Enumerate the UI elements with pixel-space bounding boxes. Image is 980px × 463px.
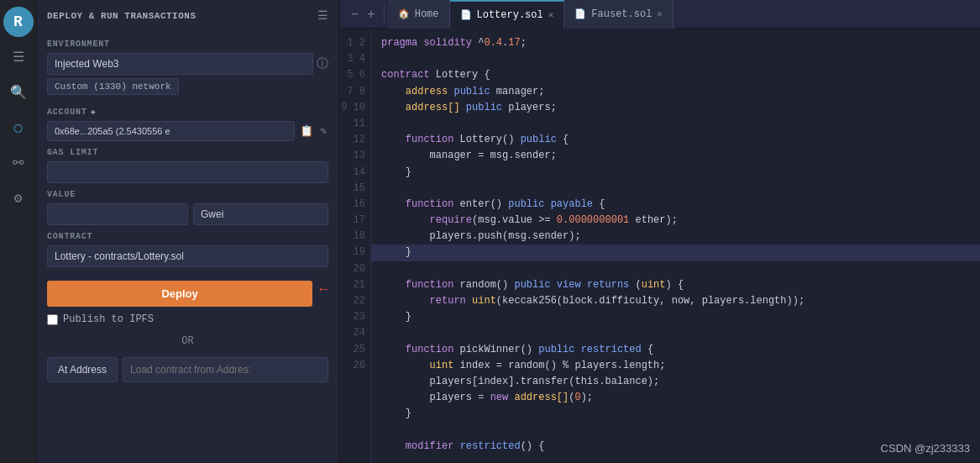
deploy-button[interactable]: Deploy: [47, 281, 312, 307]
editor-area: − + 🏠 Home 📄 Lottery.sol ✕ 📄 Fauset.sol …: [339, 0, 980, 463]
contract-select[interactable]: Lottery - contracts/Lottery.sol: [47, 245, 328, 267]
files-icon[interactable]: ☰: [3, 42, 34, 72]
lottery-file-icon: 📄: [460, 9, 472, 20]
or-divider: OR: [47, 335, 328, 347]
at-address-button[interactable]: At Address: [47, 357, 118, 382]
deploy-icon[interactable]: ◯: [3, 113, 34, 143]
panel-title: DEPLOY & RUN TRANSACTIONS: [47, 11, 197, 21]
account-row: 0x68e...205a5 (2.5430556 e 📋 ✎: [47, 121, 328, 141]
zoom-out-button[interactable]: −: [348, 5, 362, 24]
tab-fauset[interactable]: 📄 Fauset.sol ✕: [564, 0, 673, 29]
home-icon: 🏠: [398, 8, 410, 19]
environment-label: ENVIRONMENT: [47, 39, 328, 49]
zoom-in-button[interactable]: +: [364, 5, 378, 24]
tab-home[interactable]: 🏠 Home: [388, 0, 450, 29]
tab-lottery-label: Lottery.sol: [477, 9, 543, 21]
line-numbers: 1 2 3 4 5 6 7 8 9 10 11 12 13 14 15 16 1…: [339, 29, 371, 463]
account-label: ACCOUNT ✚: [47, 107, 328, 117]
panel-menu-icon[interactable]: ☰: [317, 8, 328, 23]
value-unit-select[interactable]: Gwei Wei Ether: [193, 203, 328, 225]
edit-address-icon[interactable]: ✎: [318, 123, 328, 139]
fauset-file-icon: 📄: [574, 8, 586, 19]
left-panel: DEPLOY & RUN TRANSACTIONS ☰ ENVIRONMENT …: [37, 0, 339, 463]
environment-select[interactable]: Injected Web3 JavaScript VM Web3 Provide…: [47, 53, 313, 75]
value-row: 0 Gwei Wei Ether: [47, 203, 328, 225]
at-address-row: At Address: [47, 357, 328, 382]
deploy-row: Deploy ←: [47, 271, 328, 307]
tab-fauset-close-icon[interactable]: ✕: [657, 8, 663, 19]
panel-title-row: DEPLOY & RUN TRANSACTIONS ☰: [47, 8, 328, 23]
gas-limit-label: GAS LIMIT: [47, 148, 328, 157]
icon-bar: R ☰ 🔍 ◯ ⚯ ⚙: [0, 0, 37, 463]
deploy-arrow-icon: ←: [319, 281, 328, 297]
settings-icon[interactable]: ⚙: [3, 183, 34, 213]
contract-row: Lottery - contracts/Lottery.sol: [47, 245, 328, 267]
gas-limit-input[interactable]: 3000000: [47, 161, 328, 183]
app-logo: R: [3, 7, 34, 37]
search-icon[interactable]: 🔍: [3, 77, 34, 108]
publish-ipfs-label: Publish to IPFS: [63, 313, 154, 325]
watermark: CSDN @zj233333: [881, 442, 970, 455]
environment-info-icon[interactable]: ⓘ: [317, 56, 328, 71]
tab-bar: − + 🏠 Home 📄 Lottery.sol ✕ 📄 Fauset.sol …: [339, 0, 980, 29]
copy-address-icon[interactable]: 📋: [298, 123, 315, 139]
account-plus-icon[interactable]: ✚: [91, 107, 97, 117]
tab-lottery-close-icon[interactable]: ✕: [548, 9, 554, 20]
contract-label: CONTRACT: [47, 232, 328, 241]
value-input[interactable]: 0: [47, 203, 188, 225]
value-label: VALUE: [47, 190, 328, 199]
load-contract-input[interactable]: [123, 357, 328, 382]
zoom-controls: − +: [343, 5, 385, 24]
publish-ipfs-checkbox[interactable]: [47, 314, 58, 325]
git-icon[interactable]: ⚯: [3, 148, 34, 178]
code-editor[interactable]: pragma solidity ^0.4.17; contract Lotter…: [371, 29, 980, 463]
publish-ipfs-row: Publish to IPFS: [47, 313, 328, 325]
account-select[interactable]: 0x68e...205a5 (2.5430556 e: [47, 121, 295, 141]
environment-row: Injected Web3 JavaScript VM Web3 Provide…: [47, 53, 328, 75]
tab-fauset-label: Fauset.sol: [591, 8, 652, 20]
network-badge: Custom (1330) network: [47, 78, 328, 100]
tab-home-label: Home: [415, 8, 439, 20]
tab-lottery[interactable]: 📄 Lottery.sol ✕: [450, 0, 565, 29]
code-container: 1 2 3 4 5 6 7 8 9 10 11 12 13 14 15 16 1…: [339, 29, 980, 463]
